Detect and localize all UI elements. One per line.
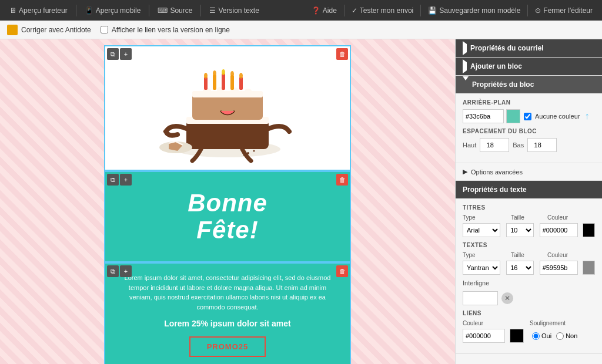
teal-block[interactable]: ⧉ + 🗑 BonneFête! (104, 171, 351, 262)
textes-inputs-row: Yantran 16 (463, 261, 595, 275)
interligne-input[interactable] (463, 291, 498, 305)
liens-color-input[interactable] (463, 329, 505, 343)
save-icon: 💾 (428, 6, 437, 15)
textes-label: TEXTES (463, 242, 595, 248)
svg-point-28 (247, 152, 249, 154)
nav-version-texte[interactable]: ☰ Version texte (205, 0, 263, 21)
soulignement-non-label[interactable]: Non (556, 332, 577, 340)
teal-block-delete-btn[interactable]: 🗑 (336, 174, 348, 186)
textes-col-headers: Type Taille Couleur (463, 252, 595, 258)
haut-input[interactable] (480, 138, 509, 152)
antidote-icon (7, 25, 18, 35)
svg-point-30 (243, 154, 245, 156)
check-icon: ✓ (352, 6, 357, 15)
textes-type-select[interactable]: Yantran (463, 261, 500, 275)
section-proprietes-courriel: Propriétés du courriel (456, 39, 602, 58)
image-block-wrapper: ⧉ + 🗑 (104, 45, 351, 171)
textes-color-swatch[interactable] (583, 261, 595, 275)
image-block-add-btn[interactable]: + (120, 48, 132, 60)
nav-apercu-mobile[interactable]: 📱 Aperçu mobile (80, 0, 146, 21)
svg-rect-1 (186, 120, 269, 149)
email-container: ⧉ + 🗑 (104, 45, 351, 364)
close-circle-icon: ⊙ (535, 6, 541, 15)
teal-block-add-btn[interactable]: + (120, 174, 132, 186)
interligne-label: Interligne (463, 279, 489, 287)
nav-aide[interactable]: ❓ Aide (307, 6, 342, 15)
arriere-plan-swatch[interactable] (506, 109, 520, 123)
svg-point-12 (245, 89, 252, 93)
nav-source[interactable]: ⌨ Source (153, 0, 197, 21)
liens-soulignement-col: Soulignement (530, 320, 566, 326)
help-icon: ❓ (312, 6, 320, 15)
svg-point-22 (204, 73, 208, 79)
textes-size-select[interactable]: 16 (506, 261, 534, 275)
nav-separator-1 (76, 5, 76, 16)
espacement-label: ESPACEMENT DU BLOC (463, 128, 595, 134)
teal-block-wrapper: ⧉ + 🗑 BonneFête! (104, 171, 351, 262)
texte-props-header: Propriétés du texte (456, 181, 602, 198)
liens-color-swatch[interactable] (510, 329, 524, 343)
text-block-copy-btn[interactable]: ⧉ (107, 265, 119, 277)
svg-point-26 (239, 73, 243, 79)
image-block-copy-btn[interactable]: ⧉ (107, 48, 119, 60)
svg-point-23 (213, 70, 216, 76)
textes-color-input[interactable] (540, 261, 578, 275)
tri-right-courriel (463, 44, 467, 52)
text-block-delete-btn[interactable]: 🗑 (336, 265, 348, 277)
teal-block-toolbar-right: 🗑 (335, 172, 350, 187)
antidote-item[interactable]: Corriger avec Antidote (7, 25, 91, 35)
text-body: Lorem ipsum dolor sit amet, consectetur … (119, 273, 336, 312)
haut-label: Haut (463, 141, 476, 149)
section-ajouter-bloc: Ajouter un bloc (456, 58, 602, 76)
svg-point-25 (230, 71, 234, 77)
version-en-ligne-checkbox[interactable] (101, 26, 108, 33)
nav-sauvegarder[interactable]: 💾 Sauvegarder mon modèle (423, 6, 525, 15)
nav-separator-6 (527, 5, 528, 16)
textes-type-col: Type (463, 252, 505, 258)
svg-point-29 (253, 150, 255, 152)
soulignement-non-radio[interactable] (556, 332, 564, 340)
titres-color-input[interactable] (540, 223, 578, 237)
liens-couleur-col: Couleur (463, 320, 521, 326)
teal-block-copy-btn[interactable]: ⧉ (107, 174, 119, 186)
monitor-icon: 🖥 (9, 6, 16, 15)
text-block-add-btn[interactable]: + (120, 265, 132, 277)
section-courriel-header[interactable]: Propriétés du courriel (456, 39, 602, 57)
arriere-plan-color-input[interactable] (463, 109, 504, 123)
nav-separator-2 (149, 5, 149, 16)
teal-block-content: BonneFête! (105, 172, 350, 261)
titres-size-select[interactable]: 10 (506, 223, 534, 237)
section-bloc-header[interactable]: Propriétés du bloc (456, 76, 602, 93)
bas-input[interactable] (527, 138, 557, 152)
bonne-fete-text: BonneFête! (188, 190, 267, 244)
soulignement-oui-radio[interactable] (532, 332, 540, 340)
titres-type-select[interactable]: Arial (463, 223, 500, 237)
espacement-row: Haut Bas (463, 138, 595, 152)
image-block-delete-btn[interactable]: 🗑 (336, 48, 348, 60)
image-block[interactable]: ⧉ + 🗑 (104, 45, 351, 171)
titres-couleur-col: Couleur (547, 214, 568, 221)
titres-color-swatch[interactable] (583, 223, 595, 237)
cake-svg (145, 52, 310, 164)
svg-rect-19 (222, 73, 225, 90)
titres-col-headers: Type Taille Couleur (463, 214, 595, 221)
nav-tester[interactable]: ✓ Tester mon envoi (347, 6, 418, 15)
aucune-couleur-checkbox[interactable] (524, 113, 531, 120)
section-ajouter-header[interactable]: Ajouter un bloc (456, 58, 602, 75)
text-block[interactable]: ⧉ + 🗑 Lorem ipsum dolor sit amet, consec… (104, 262, 351, 364)
bloc-content: ARRIÈRE-PLAN Aucune couleur ↑ ESPACEMENT… (456, 93, 602, 163)
nav-apercu-fureteur[interactable]: 🖥 Aperçu fureteur (5, 0, 72, 21)
nav-fermer[interactable]: ⊙ Fermer l'éditeur (530, 6, 597, 15)
code-icon: ⌨ (158, 6, 168, 15)
text-heading: Lorem 25% ipsum dolor sit amet (119, 319, 336, 328)
text-icon: ☰ (209, 6, 216, 15)
tri-right-ajouter (463, 62, 467, 70)
version-en-ligne-checkbox-label[interactable]: Afficher le lien vers la version en lign… (101, 26, 230, 34)
promo-button[interactable]: PROMO25 (189, 336, 266, 357)
arriere-plan-color-group (463, 109, 520, 123)
options-avancees[interactable]: ▶ Options avancées (456, 163, 602, 180)
svg-rect-18 (213, 75, 216, 90)
soulignement-oui-label[interactable]: Oui (532, 332, 551, 340)
interligne-clear-btn[interactable]: ✕ (501, 292, 513, 304)
image-block-content (105, 46, 350, 170)
